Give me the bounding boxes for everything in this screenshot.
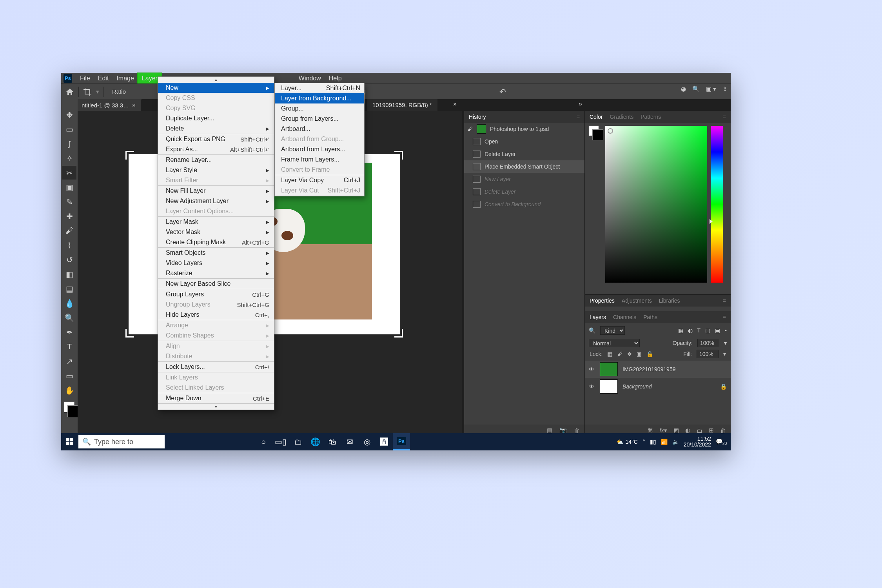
hue-slider-handle[interactable]	[710, 219, 713, 224]
hsv-cursor[interactable]	[608, 128, 613, 134]
menu-file[interactable]: File	[76, 73, 94, 83]
visibility-toggle-icon[interactable]: 👁	[589, 366, 595, 372]
weather-widget[interactable]: ⛅ 14°C	[617, 439, 638, 445]
path-tool-icon[interactable]: ↗	[62, 354, 76, 368]
panel-menu-icon[interactable]: ≡	[577, 114, 580, 120]
gradients-tab[interactable]: Gradients	[610, 112, 633, 122]
pen-tool-icon[interactable]: ✒	[62, 325, 76, 339]
hand-tool-icon[interactable]: ✋	[62, 383, 76, 397]
layer-menu-item[interactable]: New Fill Layer	[158, 186, 274, 196]
profile-icon[interactable]: ◕	[681, 85, 686, 93]
layer-menu-item[interactable]: Merge DownCtrl+E	[158, 393, 274, 403]
new-group-icon[interactable]: 🗀	[697, 427, 702, 434]
crop-tool-icon[interactable]	[83, 87, 92, 96]
history-tab[interactable]: History	[469, 112, 486, 122]
layer-filter-select[interactable]: Kind	[600, 326, 625, 335]
menu-image[interactable]: Image	[113, 73, 138, 83]
color-tab[interactable]: Color	[590, 112, 603, 122]
notifications-icon[interactable]: 💬20	[716, 438, 727, 446]
crop-tool-icon[interactable]: ✂	[62, 166, 76, 180]
layer-menu-item[interactable]: Vector Mask	[158, 227, 274, 237]
layer-menu-item[interactable]: Rasterize	[158, 268, 274, 278]
layer-menu-item[interactable]: Delete	[158, 123, 274, 134]
taskview-icon[interactable]: ▭▯	[272, 433, 289, 450]
color-foreground-background[interactable]	[589, 126, 599, 136]
tab-overflow-chevron-icon[interactable]: »	[453, 100, 457, 107]
lock-artboard-icon[interactable]: ▣	[637, 351, 642, 357]
panel-menu-icon[interactable]: ≡	[723, 314, 726, 320]
blend-mode-select[interactable]: Normal	[589, 339, 640, 347]
layer-menu-item[interactable]: New	[158, 83, 274, 93]
layers-tab[interactable]: Layers	[590, 314, 606, 320]
color-swatch[interactable]	[64, 402, 75, 413]
panel-menu-icon[interactable]: ≡	[723, 298, 726, 304]
mail-icon[interactable]: ✉	[341, 433, 358, 450]
edge-icon[interactable]: 🌐	[307, 433, 324, 450]
new-submenu-item[interactable]: Artboard...	[275, 124, 364, 134]
healing-tool-icon[interactable]: ✚	[62, 209, 76, 223]
layer-menu-item[interactable]: Hide LayersCtrl+,	[158, 310, 274, 320]
history-step[interactable]: Place Embedded Smart Object	[464, 160, 584, 173]
opacity-input[interactable]: 100%	[697, 339, 719, 347]
delete-layer-icon[interactable]: 🗑	[720, 427, 726, 434]
crop-handle-br[interactable]	[394, 329, 403, 338]
new-submenu-item[interactable]: Frame from Layers...	[275, 154, 364, 165]
frame-tool-icon[interactable]: ▣	[62, 180, 76, 194]
chevron-down-icon[interactable]: ▾	[723, 351, 726, 357]
doc-tab-active[interactable]: 1019091959, RGB/8) *	[367, 99, 437, 111]
chrome-icon[interactable]: ◎	[358, 433, 376, 450]
layer-row[interactable]: 👁Background🔒	[585, 378, 731, 395]
move-tool-icon[interactable]: ✥	[62, 108, 76, 122]
photoshop-taskbar-icon[interactable]: Ps	[393, 433, 410, 450]
shape-tool-icon[interactable]: ▭	[62, 369, 76, 383]
lock-brush-icon[interactable]: 🖌	[617, 351, 622, 357]
layer-menu-item[interactable]: Video Layers	[158, 258, 274, 268]
lock-all-icon[interactable]: 🔒	[646, 351, 653, 357]
eraser-tool-icon[interactable]: ◧	[62, 267, 76, 281]
layer-row[interactable]: 👁IMG20221019091959	[585, 361, 731, 378]
filter-pixel-icon[interactable]: ▦	[678, 327, 683, 334]
paths-tab[interactable]: Paths	[643, 314, 657, 320]
lock-position-icon[interactable]: ✥	[627, 351, 632, 357]
start-button-icon[interactable]	[61, 433, 78, 450]
blur-tool-icon[interactable]: 💧	[62, 296, 76, 310]
menu-edit[interactable]: Edit	[94, 73, 113, 83]
cortana-icon[interactable]: ○	[255, 433, 272, 450]
stamp-tool-icon[interactable]: ⌇	[62, 238, 76, 252]
properties-tab[interactable]: Properties	[590, 298, 615, 304]
arrange-icon[interactable]: ▣ ▾	[706, 85, 716, 93]
marquee-tool-icon[interactable]: ▭	[62, 122, 76, 136]
filter-type-icon[interactable]: T	[697, 327, 701, 334]
menu-help[interactable]: Help	[325, 73, 346, 83]
history-step[interactable]: Delete Layer	[464, 148, 584, 160]
share-icon[interactable]: ⇪	[722, 85, 728, 93]
app-icon[interactable]: 🅰	[376, 433, 393, 450]
taskbar-search[interactable]: 🔍 Type here to	[78, 435, 165, 448]
trash-icon[interactable]: 🗑	[574, 427, 580, 434]
new-submenu-item[interactable]: Group...	[275, 103, 364, 114]
layer-menu-item[interactable]: Rename Layer...	[158, 155, 274, 165]
new-submenu-item[interactable]: Artboard from Layers...	[275, 144, 364, 154]
panel-menu-icon[interactable]: ≡	[723, 114, 726, 120]
layer-menu-item[interactable]: Layer Style	[158, 165, 274, 175]
new-submenu-item[interactable]: Layer...Shift+Ctrl+N	[275, 83, 364, 93]
libraries-tab[interactable]: Libraries	[659, 298, 680, 304]
eyedropper-tool-icon[interactable]: ✎	[62, 195, 76, 209]
visibility-toggle-icon[interactable]: 👁	[589, 383, 595, 390]
doc-tab-close-icon[interactable]: ×	[132, 102, 136, 109]
tray-chevron-icon[interactable]: ˄	[642, 439, 645, 445]
menu-scroll-down-icon[interactable]: ▼	[158, 404, 274, 410]
search-icon[interactable]: 🔍	[692, 85, 700, 93]
lasso-tool-icon[interactable]: ʃ	[62, 137, 76, 151]
layer-menu-item[interactable]: Smart Objects	[158, 248, 274, 258]
fill-input[interactable]: 100%	[697, 350, 719, 358]
new-submenu-item[interactable]: Layer Via CopyCtrl+J	[275, 175, 364, 185]
menu-scroll-up-icon[interactable]: ▲	[158, 77, 274, 83]
layer-menu-item[interactable]: Duplicate Layer...	[158, 113, 274, 123]
gradient-tool-icon[interactable]: ▤	[62, 282, 76, 296]
hsv-picker[interactable]	[605, 126, 707, 283]
brush-tool-icon[interactable]: 🖌	[62, 224, 76, 238]
layer-menu-item[interactable]: Export As...Alt+Shift+Ctrl+'	[158, 144, 274, 154]
type-tool-icon[interactable]: T	[62, 340, 76, 354]
layer-menu-item[interactable]: New Adjustment Layer	[158, 196, 274, 206]
